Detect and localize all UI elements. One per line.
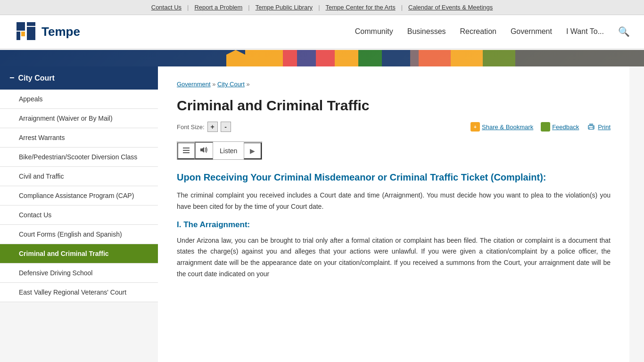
sidebar-item-arraignment[interactable]: Arraignment (Waiver or By Mail)	[0, 109, 158, 128]
list-item: Arrest Warrants	[0, 128, 158, 148]
list-item: Appeals	[0, 90, 158, 109]
list-item: Defensive Driving School	[0, 263, 158, 283]
svg-rect-12	[335, 50, 358, 66]
util-report-link[interactable]: Report a Problem	[194, 4, 242, 11]
print-link[interactable]: Print	[586, 122, 611, 132]
svg-rect-18	[542, 123, 549, 129]
svg-rect-15	[410, 50, 644, 66]
nav-recreation[interactable]: Recreation	[460, 27, 496, 36]
site-header: Tempe Community Businesses Recreation Go…	[0, 15, 644, 50]
logo-text: Tempe	[41, 25, 80, 39]
share-bookmark-link[interactable]: + Share & Bookmark	[471, 122, 533, 132]
feedback-link[interactable]: Feedback	[541, 122, 579, 132]
font-increase-button[interactable]: +	[207, 122, 218, 132]
breadcrumb: Government » City Court »	[177, 81, 611, 88]
svg-rect-2	[17, 32, 20, 40]
page-layout: − City Court Appeals Arraignment (Waiver…	[0, 66, 644, 362]
share-bookmark-label: Share & Bookmark	[482, 123, 533, 131]
listen-bar: Listen ▶	[177, 141, 262, 160]
utility-bar: Contact Us | Report a Problem | Tempe Pu…	[0, 0, 644, 15]
tempe-logo-icon	[14, 20, 38, 43]
svg-rect-11	[316, 50, 335, 66]
sep3: |	[318, 4, 320, 11]
nav-i-want-to[interactable]: I Want To...	[566, 27, 604, 36]
logo-area[interactable]: Tempe	[14, 20, 80, 43]
sidebar-item-veterans-court[interactable]: East Valley Regional Veterans' Court	[0, 283, 158, 302]
util-arts-link[interactable]: Tempe Center for the Arts	[326, 4, 396, 11]
svg-marker-19	[544, 129, 547, 130]
breadcrumb-sep2: »	[246, 81, 249, 88]
sidebar-item-court-forms[interactable]: Court Forms (English and Spanish)	[0, 225, 158, 244]
sidebar-title-text: City Court	[18, 74, 55, 82]
listen-play-button[interactable]: ▶	[244, 142, 262, 159]
feedback-icon	[541, 122, 550, 132]
list-item: Arraignment (Waiver or By Mail)	[0, 109, 158, 128]
breadcrumb-government[interactable]: Government	[177, 81, 211, 88]
nav-community[interactable]: Community	[355, 27, 393, 36]
svg-point-23	[593, 126, 594, 127]
list-item: East Valley Regional Veterans' Court	[0, 283, 158, 302]
sidebar-item-appeals[interactable]: Appeals	[0, 90, 158, 108]
sidebar-item-defensive-driving[interactable]: Defensive Driving School	[0, 263, 158, 282]
content-para-1: The criminal complaint you received incl…	[177, 190, 611, 213]
listen-label: Listen	[213, 143, 244, 158]
sidebar-collapse-icon[interactable]: −	[9, 73, 15, 83]
svg-rect-10	[297, 50, 316, 66]
list-item: Civil and Traffic	[0, 167, 158, 186]
sidebar-item-cap[interactable]: Compliance Assistance Program (CAP)	[0, 186, 158, 205]
sep2: |	[248, 4, 249, 11]
print-label: Print	[598, 123, 611, 131]
share-icon: +	[471, 122, 480, 132]
banner-strip	[0, 50, 644, 66]
svg-rect-9	[283, 50, 297, 66]
list-item: Criminal and Criminal Traffic	[0, 244, 158, 263]
nav-government[interactable]: Government	[511, 27, 552, 36]
sidebar-title: − City Court	[0, 66, 158, 90]
svg-rect-22	[589, 127, 593, 129]
sidebar-item-civil-traffic[interactable]: Civil and Traffic	[0, 167, 158, 186]
sidebar-item-contact[interactable]: Contact Us	[0, 206, 158, 224]
sub-heading: I. The Arraignment:	[177, 220, 611, 230]
banner-svg	[0, 50, 644, 66]
font-decrease-button[interactable]: -	[221, 122, 231, 132]
main-content: Government » City Court » Criminal and C…	[158, 66, 629, 362]
breadcrumb-city-court[interactable]: City Court	[217, 81, 245, 88]
printer-icon	[586, 122, 596, 132]
svg-rect-3	[21, 32, 25, 36]
font-size-label: Font Size:	[177, 123, 205, 131]
svg-rect-14	[382, 50, 410, 66]
toolbar-row: Font Size: + - + Share & Bookmark	[177, 122, 611, 132]
nav-businesses[interactable]: Businesses	[407, 27, 446, 36]
svg-rect-4	[27, 22, 35, 26]
list-item: Compliance Assistance Program (CAP)	[0, 186, 158, 206]
listen-speaker-button[interactable]	[195, 142, 213, 159]
svg-rect-25	[183, 150, 190, 151]
sidebar: − City Court Appeals Arraignment (Waiver…	[0, 66, 158, 362]
svg-rect-6	[0, 50, 236, 66]
toolbar-actions: + Share & Bookmark Feedback	[471, 122, 611, 132]
util-library-link[interactable]: Tempe Public Library	[256, 4, 313, 11]
util-calendar-link[interactable]: Calendar of Events & Meetings	[408, 4, 493, 11]
list-item: Bike/Pedestrian/Scooter Diversion Class	[0, 148, 158, 167]
sep1: |	[187, 4, 189, 11]
sidebar-items: Appeals Arraignment (Waiver or By Mail) …	[0, 90, 158, 302]
content-para-2: Under Arizona law, you can be brought to…	[177, 235, 611, 280]
sidebar-item-bike[interactable]: Bike/Pedestrian/Scooter Diversion Class	[0, 148, 158, 166]
svg-marker-7	[226, 50, 245, 66]
sidebar-item-criminal[interactable]: Criminal and Criminal Traffic	[0, 244, 158, 263]
svg-marker-27	[200, 147, 204, 153]
svg-rect-5	[27, 27, 35, 40]
svg-rect-21	[589, 123, 593, 126]
sidebar-item-arrest-warrants[interactable]: Arrest Warrants	[0, 128, 158, 147]
util-contact-link[interactable]: Contact Us	[151, 4, 182, 11]
svg-rect-1	[17, 22, 25, 31]
sep4: |	[401, 4, 403, 11]
search-button[interactable]: 🔍	[618, 26, 630, 37]
svg-rect-26	[183, 152, 190, 153]
svg-rect-13	[358, 50, 382, 66]
svg-rect-8	[245, 50, 283, 66]
list-item: Court Forms (English and Spanish)	[0, 225, 158, 244]
listen-list-button[interactable]	[177, 142, 195, 159]
svg-rect-24	[183, 148, 190, 148]
main-nav: Community Businesses Recreation Governme…	[355, 26, 630, 37]
